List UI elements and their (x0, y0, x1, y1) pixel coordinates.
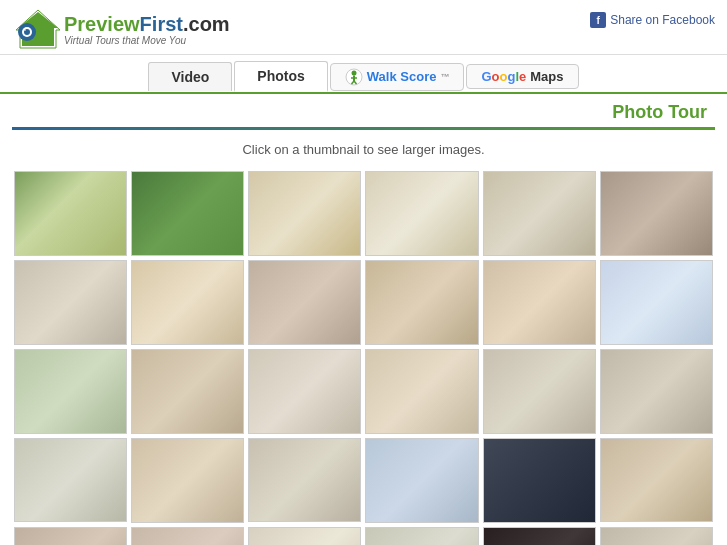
photo-thumb[interactable] (14, 438, 127, 523)
photo-thumb[interactable] (365, 527, 478, 546)
photo-thumb[interactable] (131, 171, 244, 256)
facebook-icon: f (590, 12, 606, 28)
svg-point-5 (24, 29, 26, 31)
photo-thumb[interactable] (131, 438, 244, 523)
page-wrapper: PreviewFirst.com Virtual Tours that Move… (0, 0, 727, 545)
nav-tabs: Video Photos Walk Score ™ Google Maps (0, 55, 727, 94)
logo-area: PreviewFirst.com Virtual Tours that Move… (12, 8, 230, 50)
photo-thumb[interactable] (14, 171, 127, 256)
photo-grid (0, 171, 727, 545)
tab-walk-score[interactable]: Walk Score ™ (330, 63, 465, 91)
walk-score-icon (345, 68, 363, 86)
svg-rect-6 (24, 24, 30, 27)
logo-icon (12, 8, 64, 50)
tab-photos[interactable]: Photos (234, 61, 327, 92)
photo-thumb[interactable] (14, 527, 127, 546)
instruction-text: Click on a thumbnail to see larger image… (0, 138, 727, 161)
photo-thumb[interactable] (600, 438, 713, 523)
photo-thumb[interactable] (483, 349, 596, 434)
photo-thumb[interactable] (483, 260, 596, 345)
logo-tagline: Virtual Tours that Move You (64, 35, 230, 46)
page-title: Photo Tour (612, 102, 707, 122)
photo-thumb[interactable] (365, 438, 478, 523)
photo-thumb[interactable] (14, 349, 127, 434)
logo-text-area: PreviewFirst.com Virtual Tours that Move… (64, 13, 230, 46)
photo-thumb[interactable] (248, 260, 361, 345)
page-title-area: Photo Tour (0, 94, 727, 127)
tab-google-maps[interactable]: Google Maps (466, 64, 578, 89)
photo-thumb[interactable] (365, 349, 478, 434)
tab-video[interactable]: Video (148, 62, 232, 91)
logo-brand: PreviewFirst.com (64, 13, 230, 35)
photo-thumb[interactable] (600, 171, 713, 256)
photo-thumb[interactable] (14, 260, 127, 345)
google-maps-label: Google (481, 69, 526, 84)
photo-thumb[interactable] (483, 438, 596, 523)
photo-thumb[interactable] (600, 349, 713, 434)
walk-score-tm: ™ (440, 72, 449, 82)
photo-thumb[interactable] (131, 349, 244, 434)
photo-thumb[interactable] (248, 527, 361, 546)
divider-line (12, 127, 715, 130)
walk-score-label: Walk Score (367, 69, 437, 84)
logo-com: com (189, 13, 230, 35)
photo-thumb[interactable] (365, 171, 478, 256)
photo-thumb[interactable] (483, 171, 596, 256)
photo-thumb[interactable] (600, 527, 713, 546)
photo-thumb[interactable] (248, 349, 361, 434)
facebook-share-label: Share on Facebook (610, 13, 715, 27)
svg-point-8 (351, 70, 356, 75)
header: PreviewFirst.com Virtual Tours that Move… (0, 0, 727, 55)
logo-first: First (140, 13, 183, 35)
facebook-share-button[interactable]: f Share on Facebook (590, 12, 715, 28)
photo-thumb[interactable] (600, 260, 713, 345)
photo-thumb[interactable] (131, 260, 244, 345)
maps-label: Maps (530, 69, 563, 84)
photo-thumb[interactable] (248, 438, 361, 523)
photo-thumb[interactable] (365, 260, 478, 345)
photo-thumb[interactable] (248, 171, 361, 256)
logo-preview: Preview (64, 13, 140, 35)
photo-thumb[interactable] (483, 527, 596, 546)
photo-thumb[interactable] (131, 527, 244, 546)
